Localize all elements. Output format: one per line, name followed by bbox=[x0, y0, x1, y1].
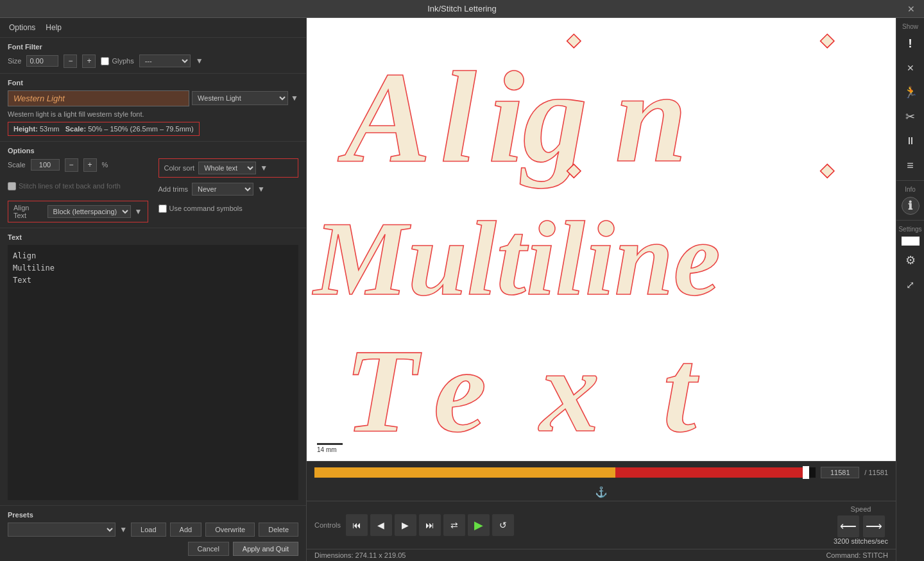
presets-dropdown-arrow: ▼ bbox=[119, 525, 127, 534]
options-section: Options Scale − + % Stitch lines of text… bbox=[0, 142, 306, 228]
white-rect bbox=[902, 237, 920, 246]
svg-text:l: l bbox=[440, 45, 477, 189]
needle-icon: ⚓ bbox=[595, 486, 608, 498]
size-input[interactable] bbox=[26, 55, 58, 67]
stitch-lines-checkbox bbox=[8, 182, 16, 190]
font-preview-input[interactable] bbox=[8, 90, 189, 106]
stitch-lines-label: Stitch lines of text back and forth bbox=[19, 182, 121, 190]
close-button[interactable]: ✕ bbox=[903, 3, 919, 15]
align-text-select[interactable]: Block (letterspacing) Left Center Right bbox=[47, 205, 131, 218]
exclamation-icon[interactable]: ! bbox=[896, 31, 924, 56]
controls-area: Controls ⏮ ◀ ▶ ⏭ ⇄ ▶ ↺ Speed ⟵ ⟶ 3200 st… bbox=[307, 501, 896, 549]
scale-bar bbox=[317, 443, 343, 445]
speed-group: Speed ⟵ ⟶ 3200 stitches/sec bbox=[834, 505, 888, 545]
scale-option-label: Scale bbox=[8, 161, 26, 169]
needle-area: ⚓ bbox=[307, 483, 896, 501]
progress-orange bbox=[314, 467, 615, 478]
toolbar-divider-2 bbox=[896, 220, 924, 221]
left-panel: Options Help Font Filter Size − + Glyphs… bbox=[0, 18, 307, 561]
add-button[interactable]: Add bbox=[170, 523, 202, 537]
size-label: Size bbox=[8, 57, 21, 65]
size-increase-button[interactable]: + bbox=[82, 54, 96, 68]
gear-icon[interactable]: ⚙ bbox=[896, 248, 924, 272]
stitch-count-input[interactable] bbox=[821, 467, 859, 478]
color-sort-select[interactable]: Whole text Per letter None bbox=[198, 162, 256, 174]
scissors-icon[interactable]: ✂ bbox=[896, 105, 924, 129]
menu-bar: Options Help bbox=[0, 18, 306, 38]
menu-options[interactable]: Options bbox=[5, 22, 39, 33]
right-toolbar: Show ! ✕ 🏃 ✂ ⏸ ≡ Info ℹ Settings ⚙ ⤢ bbox=[896, 18, 924, 561]
glyphs-checkbox[interactable] bbox=[101, 57, 109, 65]
first-stitch-button[interactable]: ⏮ bbox=[346, 514, 368, 536]
size-decrease-button[interactable]: − bbox=[64, 54, 77, 68]
controls-label: Controls bbox=[314, 521, 341, 529]
glyphs-label: Glyphs bbox=[101, 57, 133, 65]
delete-button[interactable]: Delete bbox=[259, 523, 298, 537]
font-section-title: Font bbox=[8, 79, 298, 87]
options-title: Options bbox=[8, 147, 298, 155]
info-icon[interactable]: ℹ bbox=[902, 197, 920, 215]
pause-icon[interactable]: ⏸ bbox=[896, 129, 924, 153]
progress-bar[interactable] bbox=[314, 467, 816, 478]
scale-increase-btn[interactable]: + bbox=[83, 158, 97, 172]
glyphs-select[interactable]: --- bbox=[139, 54, 191, 67]
resize-icon[interactable]: ⤢ bbox=[896, 272, 924, 297]
last-stitch-button[interactable]: ⏭ bbox=[419, 514, 441, 536]
font-filter-title: Font Filter bbox=[8, 43, 298, 51]
scale-indicator: 14 mm bbox=[317, 443, 343, 453]
speed-label: Speed bbox=[851, 505, 871, 513]
progress-red bbox=[615, 467, 806, 478]
font-name-select[interactable]: Western Light bbox=[192, 91, 288, 105]
show-label: Show bbox=[896, 21, 924, 31]
cancel-button[interactable]: Cancel bbox=[188, 542, 229, 556]
font-info-box: Height: 53mm Scale: 50% – 150% (26.5mm –… bbox=[8, 122, 200, 136]
window-title: Ink/Stitch Lettering bbox=[427, 4, 497, 13]
scale-value: 50% – 150% (26.5mm – 79.5mm) bbox=[88, 125, 193, 133]
progress-handle[interactable] bbox=[803, 466, 809, 479]
command-text: Command: STITCH bbox=[826, 551, 888, 559]
close-x-icon[interactable]: ✕ bbox=[896, 56, 924, 80]
list-icon[interactable]: ≡ bbox=[896, 153, 924, 178]
height-value: 53mm bbox=[40, 125, 60, 133]
svg-text:x: x bbox=[538, 324, 599, 456]
text-input[interactable]: Align Multiline Text bbox=[8, 245, 298, 500]
restart-button[interactable]: ↺ bbox=[492, 514, 514, 536]
canvas-area[interactable]: A l i g n Mult bbox=[307, 18, 896, 461]
toggle-direction-button[interactable]: ⇄ bbox=[443, 514, 465, 536]
next-stitch-button[interactable]: ▶ bbox=[395, 514, 416, 536]
runner-icon[interactable]: 🏃 bbox=[896, 80, 924, 105]
presets-select[interactable] bbox=[8, 523, 116, 537]
align-text-label: Align Text bbox=[13, 204, 44, 219]
add-trims-label: Add trims bbox=[158, 185, 188, 193]
speed-increase-button[interactable]: ⟶ bbox=[863, 515, 885, 537]
font-description: Western light is a light fill western st… bbox=[8, 110, 298, 118]
color-sort-arrow: ▼ bbox=[260, 163, 268, 172]
toolbar-divider-1 bbox=[896, 180, 924, 181]
load-button[interactable]: Load bbox=[131, 523, 166, 537]
svg-text:Multiline: Multiline bbox=[312, 200, 721, 317]
apply-quit-button[interactable]: Apply and Quit bbox=[233, 542, 298, 556]
scale-label-text: 14 mm bbox=[317, 446, 337, 453]
right-side: A l i g n Mult bbox=[307, 18, 896, 561]
play-button[interactable]: ▶ bbox=[468, 514, 490, 536]
svg-text:e: e bbox=[433, 324, 486, 456]
status-bar: Dimensions: 274.11 x 219.05 Command: STI… bbox=[307, 549, 896, 561]
svg-text:t: t bbox=[663, 324, 699, 456]
height-label: Height: bbox=[13, 125, 38, 133]
percent-symbol: % bbox=[102, 161, 108, 169]
overwrite-button[interactable]: Overwrite bbox=[205, 523, 255, 537]
svg-text:n: n bbox=[615, 45, 687, 189]
speed-value: 3200 stitches/sec bbox=[834, 537, 888, 545]
presets-title: Presets bbox=[8, 511, 298, 519]
title-bar: Ink/Stitch Lettering ✕ bbox=[0, 0, 924, 18]
scale-decrease-btn[interactable]: − bbox=[65, 158, 78, 172]
trims-arrow: ▼ bbox=[257, 185, 265, 194]
prev-stitch-button[interactable]: ◀ bbox=[370, 514, 392, 536]
speed-decrease-button[interactable]: ⟵ bbox=[837, 515, 859, 537]
command-symbols-checkbox[interactable] bbox=[158, 205, 167, 213]
add-trims-select[interactable]: Never Always Color change bbox=[192, 183, 253, 196]
font-filter-section: Font Filter Size − + Glyphs --- ▼ bbox=[0, 38, 306, 74]
menu-help[interactable]: Help bbox=[42, 22, 65, 33]
scale-value-input[interactable] bbox=[31, 159, 60, 171]
font-section: Font Western Light ▼ Western light is a … bbox=[0, 74, 306, 142]
